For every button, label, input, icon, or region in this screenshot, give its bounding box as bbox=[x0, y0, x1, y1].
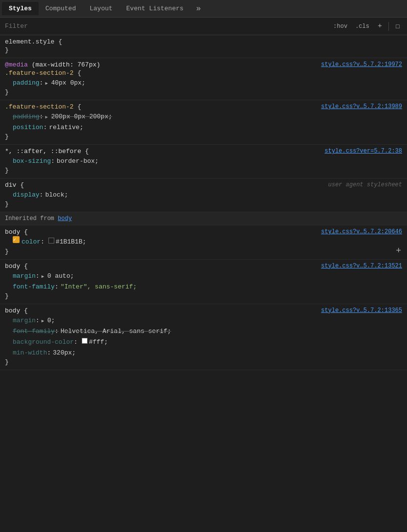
rule-block-div-useragent: user agent stylesheet div { display : bl… bbox=[0, 178, 407, 212]
property-margin-body: margin : ▶ 0 auto; bbox=[5, 271, 402, 282]
rule-block-universal: style.css?ver=5.7.2:38 *, ::after, ::bef… bbox=[0, 145, 407, 178]
triangle-icon-padding-feature[interactable]: ▶ bbox=[45, 114, 50, 119]
property-fontfamily-body-third: font-family : Helvetica, Arial, sans-ser… bbox=[5, 326, 402, 337]
tab-computed[interactable]: Computed bbox=[39, 2, 83, 15]
closing-brace-body-color: } bbox=[5, 248, 402, 255]
tab-layout[interactable]: Layout bbox=[83, 2, 119, 15]
closing-brace: } bbox=[5, 46, 402, 54]
triangle-icon-margin-body[interactable]: ▶ bbox=[42, 273, 46, 278]
property-display-div: display : block; bbox=[5, 190, 402, 200]
add-style-button[interactable]: + bbox=[375, 21, 384, 31]
rule-source-universal[interactable]: style.css?ver=5.7.2:38 bbox=[325, 148, 402, 155]
rule-source-body-third[interactable]: style.css?v…5.7.2:13365 bbox=[321, 307, 402, 314]
closing-brace-body-margin: } bbox=[5, 292, 402, 300]
selector-feature-section-media: .feature-section-2 { bbox=[5, 69, 402, 77]
closing-brace-feature: } bbox=[5, 133, 402, 140]
property-position-feature: position : relative; bbox=[5, 122, 402, 133]
rule-block-media: style.css?v…5.7.2:19972 @media (max-widt… bbox=[0, 58, 407, 100]
inherited-header: Inherited from body bbox=[0, 212, 407, 225]
filter-divider bbox=[388, 22, 389, 31]
closing-brace-div: } bbox=[5, 200, 402, 208]
filter-actions: :hov .cls + ☐ bbox=[331, 21, 402, 32]
tab-styles[interactable]: Styles bbox=[2, 2, 39, 15]
triangle-icon-margin-third[interactable]: ▶ bbox=[42, 318, 46, 323]
property-fontfamily-body: font-family : "Inter", sans-serif; bbox=[5, 282, 402, 292]
tab-bar: Styles Computed Layout Event Listeners » bbox=[0, 0, 407, 18]
property-padding-media: padding : ▶ 40px 0px; bbox=[5, 78, 402, 89]
closing-brace-universal: } bbox=[5, 167, 402, 174]
closing-brace-body-third: } bbox=[5, 358, 402, 366]
add-property-button-body-color[interactable]: + bbox=[396, 246, 401, 255]
checkbox-icon-color[interactable] bbox=[13, 236, 20, 243]
rule-block-feature-section: style.css?v…5.7.2:13989 .feature-section… bbox=[0, 100, 407, 145]
inherited-from-link[interactable]: body bbox=[58, 215, 72, 222]
hov-button[interactable]: :hov bbox=[331, 22, 349, 31]
property-padding-feature: padding : ▶ 200px 0px 200px; bbox=[5, 111, 402, 122]
rule-source-body-color[interactable]: style.css?v…5.7.2:20646 bbox=[321, 228, 402, 235]
cls-button[interactable]: .cls bbox=[353, 22, 371, 31]
filter-input[interactable] bbox=[5, 22, 327, 30]
rule-source-media[interactable]: style.css?v…5.7.2:19972 bbox=[321, 61, 402, 68]
property-minwidth-body-third: min-width : 320px; bbox=[5, 348, 402, 358]
rule-block-body-margin: style.css?v…5.7.2:13521 body { margin : … bbox=[0, 260, 407, 304]
toggle-sidebar-button[interactable]: ☐ bbox=[393, 21, 402, 32]
closing-brace-media: } bbox=[5, 89, 402, 96]
rule-source-feature[interactable]: style.css?v…5.7.2:13989 bbox=[321, 103, 402, 110]
property-bgcolor-body-third: background-color : #fff; bbox=[5, 337, 402, 348]
tab-more-button[interactable]: » bbox=[192, 2, 205, 15]
property-margin-body-third: margin : ▶ 0; bbox=[5, 315, 402, 326]
color-swatch-bgcolor[interactable] bbox=[82, 338, 88, 344]
rule-block-body-color: style.css?v…5.7.2:20646 body { color : #… bbox=[0, 225, 407, 259]
user-agent-label: user agent stylesheet bbox=[328, 181, 402, 188]
rule-block-element-style: element.style { } bbox=[0, 35, 407, 58]
property-boxsizing: box-sizing : border-box; bbox=[5, 156, 402, 167]
triangle-icon-padding-media[interactable]: ▶ bbox=[45, 80, 50, 85]
color-swatch-body-color[interactable] bbox=[48, 238, 54, 244]
property-color-body: color : #1B1B1B; bbox=[5, 237, 402, 247]
rule-source-body-margin[interactable]: style.css?v…5.7.2:13521 bbox=[321, 263, 402, 269]
filter-bar: :hov .cls + ☐ bbox=[0, 18, 407, 35]
selector-element-style: element.style { bbox=[5, 38, 402, 45]
inherited-label: Inherited from bbox=[5, 215, 54, 222]
rule-block-body-third: style.css?v…5.7.2:13365 body { margin : … bbox=[0, 304, 407, 370]
tab-event-listeners[interactable]: Event Listeners bbox=[119, 2, 190, 15]
